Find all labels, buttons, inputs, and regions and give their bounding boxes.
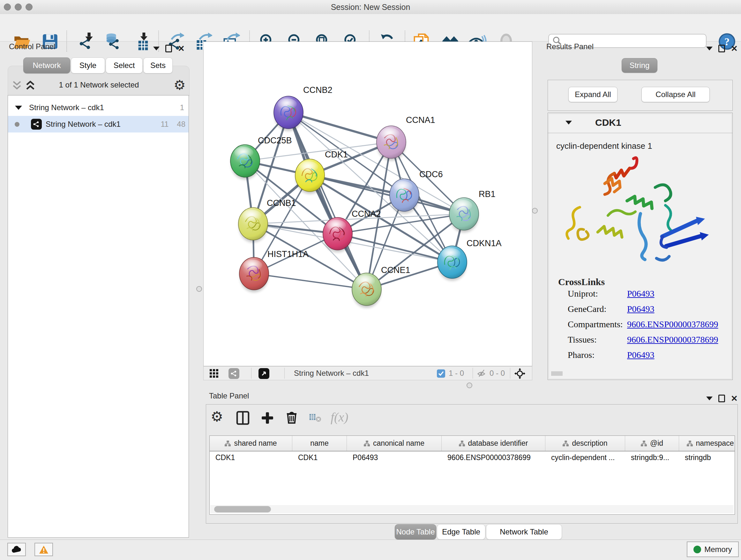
cell-@id[interactable]: stringdb:9...: [625, 451, 679, 464]
birds-eye-crosshair-icon[interactable]: [515, 368, 525, 380]
cell-shared-name[interactable]: CDK1: [210, 451, 292, 464]
close-panel-icon[interactable]: ✕: [731, 45, 738, 52]
crosslink-value-link[interactable]: 9606.ENSP00000378699: [627, 319, 718, 329]
function-builder-icon[interactable]: f(x): [331, 410, 348, 425]
show-columns-icon[interactable]: [236, 411, 250, 426]
column-header-canonical-name[interactable]: canonical name: [347, 436, 442, 451]
node-CCNB1[interactable]: CCNB1: [239, 198, 296, 242]
results-hscrollbar-thumb[interactable]: [551, 371, 562, 376]
node-CDKN1A[interactable]: CDKN1A: [437, 239, 502, 281]
import-network-file-icon[interactable]: [77, 33, 94, 51]
column-type-icon: [459, 441, 465, 446]
open-in-new-window-icon[interactable]: [259, 368, 269, 379]
cell-canonical-name[interactable]: P06493: [347, 451, 442, 464]
node-label-CDKN1A: CDKN1A: [467, 239, 502, 248]
node-label-CDK1: CDK1: [325, 150, 348, 159]
crosslink-value-link[interactable]: P06493: [627, 350, 655, 360]
table-header-row: shared namenamecanonical namedatabase id…: [210, 436, 735, 451]
node-label-CCNA2: CCNA2: [352, 209, 381, 219]
right-splitter-handle[interactable]: [532, 208, 538, 213]
column-header-shared-name[interactable]: shared name: [210, 436, 292, 451]
import-table-icon[interactable]: [133, 33, 151, 51]
node-label-CCNE1: CCNE1: [381, 265, 410, 275]
results-panel-controls: ✕: [706, 45, 738, 52]
float-panel-icon[interactable]: [706, 396, 713, 400]
network-view-toolbar: String Network – cdk1 1 - 0 0 - 0: [203, 366, 532, 380]
expand-all-networks-icon[interactable]: [25, 80, 36, 92]
edge-CCNB2-CCNA1[interactable]: [288, 112, 391, 142]
node-CCNA2[interactable]: CCNA2: [323, 209, 381, 252]
delete-table-icon[interactable]: [309, 413, 322, 424]
tab-sets[interactable]: Sets: [143, 57, 173, 73]
tab-node-table[interactable]: Node Table: [395, 524, 436, 540]
tab-network[interactable]: Network: [23, 57, 70, 73]
node-CCNB2[interactable]: CCNB2: [274, 85, 333, 131]
edge-CCNB2-CCNE1[interactable]: [288, 112, 367, 289]
tab-network-table[interactable]: Network Table: [486, 524, 562, 540]
node-CCNE1[interactable]: CCNE1: [352, 265, 410, 308]
tab-style[interactable]: Style: [71, 57, 105, 73]
memory-button[interactable]: Memory: [687, 542, 739, 557]
delete-column-trash-icon[interactable]: [285, 410, 299, 426]
column-type-icon: [641, 441, 647, 446]
table-row[interactable]: CDK1CDK1P064939606.ENSP00000378699cyclin…: [210, 451, 735, 464]
close-panel-icon[interactable]: ✕: [178, 45, 185, 52]
warning-status-button[interactable]: [35, 543, 53, 556]
crosslink-value-link[interactable]: 9606.ENSP00000378699: [627, 334, 718, 345]
tree-expander-icon[interactable]: [15, 106, 22, 110]
tab-select[interactable]: Select: [106, 57, 143, 73]
collapse-all-button[interactable]: Collapse All: [642, 87, 710, 102]
network-row-selected[interactable]: String Network – cdk1 11 48: [8, 116, 189, 132]
close-panel-icon[interactable]: ✕: [731, 395, 738, 401]
node-RB1[interactable]: RB1: [449, 189, 495, 233]
create-column-plus-icon[interactable]: [260, 411, 274, 426]
cell-description[interactable]: cyclin-dependent ...: [545, 451, 625, 464]
selected-checkbox-icon[interactable]: [436, 369, 446, 379]
gene-symbol: CDK1: [595, 117, 621, 128]
crosslink-row: GeneCard:P06493: [568, 304, 727, 314]
left-splitter-handle[interactable]: [196, 286, 202, 292]
network-collection-row[interactable]: String Network – cdk1 1: [8, 99, 189, 116]
table-hscrollbar[interactable]: [210, 505, 734, 513]
tab-edge-table[interactable]: Edge Table: [437, 524, 485, 540]
column-header-database-identifier[interactable]: database identifier: [442, 436, 545, 451]
expand-all-button[interactable]: Expand All: [568, 87, 617, 102]
collapse-gene-icon[interactable]: [565, 121, 572, 125]
node-label-CDC6: CDC6: [419, 170, 443, 179]
network-type-icon[interactable]: [228, 368, 239, 379]
maximize-panel-icon[interactable]: [718, 45, 725, 52]
column-type-icon: [687, 441, 693, 446]
float-panel-icon[interactable]: [153, 47, 159, 51]
collapse-all-networks-icon[interactable]: [11, 80, 22, 92]
edge-CDK1-RB1[interactable]: [310, 175, 464, 214]
cell-namespace[interactable]: stringdb: [679, 451, 735, 464]
edge-HIST1H1A-CCNE1[interactable]: [254, 273, 367, 289]
column-header-name[interactable]: name: [292, 436, 347, 451]
maximize-panel-icon[interactable]: [165, 45, 172, 52]
network-options-gear-icon[interactable]: ⚙: [174, 77, 186, 93]
string-network-icon: [31, 119, 42, 130]
cell-name[interactable]: CDK1: [292, 451, 347, 464]
hidden-node-edge-counts: 0 - 0: [489, 367, 505, 380]
node-HIST1H1A[interactable]: HIST1H1A: [239, 249, 309, 292]
column-header-namespace[interactable]: namespace: [679, 436, 735, 451]
node-CCNA1[interactable]: CCNA1: [377, 115, 435, 161]
table-hscrollbar-thumb[interactable]: [214, 506, 271, 512]
cloud-status-button[interactable]: [7, 543, 26, 556]
import-network-database-icon[interactable]: [104, 33, 121, 51]
float-panel-icon[interactable]: [706, 47, 713, 51]
tab-string-results[interactable]: String: [622, 58, 657, 73]
column-header-@id[interactable]: @id: [625, 436, 679, 451]
bottom-splitter-handle[interactable]: [467, 382, 472, 388]
crosslink-value-link[interactable]: P06493: [627, 304, 655, 314]
maximize-panel-icon[interactable]: [718, 395, 725, 402]
node-table[interactable]: shared namenamecanonical namedatabase id…: [209, 435, 735, 515]
crosslink-label: GeneCard:: [568, 304, 606, 314]
table-options-gear-icon[interactable]: ⚙: [211, 408, 223, 425]
crosslink-value-link[interactable]: P06493: [627, 289, 655, 299]
network-view-canvas[interactable]: CCNB2CCNA1CDC25BCDK1CDC6RB1CCNB1CCNA2CDK…: [203, 42, 532, 366]
column-header-description[interactable]: description: [545, 436, 625, 451]
grid-view-icon[interactable]: [209, 369, 219, 380]
gene-section-header[interactable]: CDK1: [548, 113, 732, 133]
cell-database-identifier[interactable]: 9606.ENSP00000378699: [442, 451, 545, 464]
